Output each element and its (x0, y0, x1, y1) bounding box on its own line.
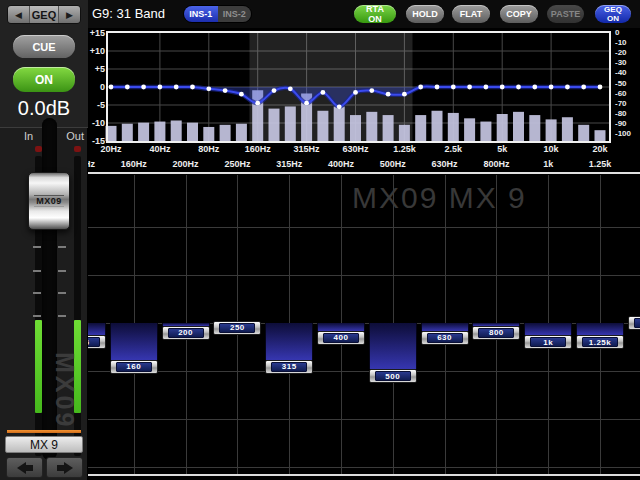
fader-tick (58, 292, 66, 294)
geq-band-fader-250[interactable]: 250 (213, 321, 261, 335)
right-axis-tick: 0 (615, 28, 620, 37)
board-freq-label: 315Hz (276, 159, 303, 169)
rta-bar (122, 124, 133, 141)
fader-tick (58, 246, 66, 248)
eq-band-point[interactable] (484, 85, 489, 90)
eq-band-point[interactable] (272, 88, 277, 93)
paste-button[interactable]: PASTE (547, 5, 584, 23)
eq-band-point[interactable] (581, 85, 586, 90)
eq-band-point[interactable] (125, 85, 130, 90)
next-channel-button[interactable] (46, 457, 83, 478)
rta-on-button[interactable]: RTA ON (354, 5, 396, 23)
eq-overview-graph[interactable]: +15+10+50-5-10-150-10-20-30-40-50-60-70-… (88, 28, 640, 175)
geq-band-fader-500[interactable]: 500 (369, 369, 417, 383)
right-axis-tick: -40 (615, 68, 627, 77)
rta-bar (578, 125, 589, 141)
geq-band-fader-1k[interactable]: 1k (524, 335, 572, 349)
geq-band-fader-400[interactable]: 400 (317, 331, 365, 345)
geq-band-freq-label: 1.25k (582, 337, 618, 347)
eq-band-point[interactable] (532, 85, 537, 90)
eq-band-point[interactable] (223, 88, 228, 93)
geq-band-fader-200[interactable]: 200 (162, 326, 210, 340)
copy-button[interactable]: COPY (500, 5, 538, 23)
prev-channel-button[interactable] (6, 457, 43, 478)
eq-band-point[interactable] (549, 85, 554, 90)
eq-band-point[interactable] (451, 85, 456, 90)
geq-band-fader-1.25k[interactable]: 1.25k (576, 335, 624, 349)
eq-band-point[interactable] (565, 85, 570, 90)
rta-bar (399, 125, 410, 141)
channel-name-display[interactable]: MX 9 (5, 436, 83, 453)
freq-axis-label: 20Hz (100, 144, 122, 154)
left-arrow-icon (17, 463, 33, 473)
geq-next-button[interactable]: ▶ (59, 6, 80, 23)
eq-band-point[interactable] (174, 85, 179, 90)
cue-button[interactable]: CUE (13, 35, 75, 58)
eq-band-point[interactable] (467, 85, 472, 90)
geq-band-fill (317, 323, 365, 331)
geq-band-fader-630[interactable]: 630 (421, 331, 469, 345)
eq-band-point[interactable] (500, 85, 505, 90)
right-axis-tick: -10 (615, 38, 627, 47)
board-freq-label: 160Hz (121, 159, 148, 169)
fader-tick (33, 315, 41, 317)
geq-band-freq-label: 400 (323, 333, 359, 343)
geq-on-button[interactable]: GEQ ON (595, 5, 631, 23)
right-arrow-icon (57, 463, 73, 473)
output-clip-led (74, 146, 81, 152)
left-axis-tick: -10 (92, 118, 105, 128)
geq-band-fader-315[interactable]: 315 (265, 360, 313, 374)
flat-button[interactable]: FLAT (452, 5, 490, 23)
eq-band-point[interactable] (337, 104, 342, 109)
geq-main-area: G9: 31 Band INS-1 INS-2 RTA ONHOLDFLATCO… (88, 0, 640, 480)
eq-band-point[interactable] (255, 101, 260, 106)
eq-band-point[interactable] (516, 85, 521, 90)
freq-axis-label: 40Hz (149, 144, 171, 154)
geq-band-fader-800[interactable]: 800 (472, 326, 520, 340)
channel-nav (6, 457, 83, 478)
eq-band-point[interactable] (288, 86, 293, 91)
fader-knob-label: MX09 (34, 195, 64, 207)
rta-bar (562, 117, 573, 141)
geq-band-freq-label: 630 (427, 333, 463, 343)
right-axis-tick: -50 (615, 79, 627, 88)
rta-bar (236, 124, 247, 141)
rta-bar (350, 115, 361, 141)
geq-band-fader-1.6k[interactable]: 1.6k (628, 316, 640, 330)
geq-prev-button[interactable]: ◀ (8, 6, 29, 23)
eq-band-point[interactable] (353, 90, 358, 95)
eq-band-point[interactable] (109, 85, 114, 90)
right-axis-tick: -60 (615, 89, 627, 98)
eq-band-point[interactable] (158, 85, 163, 90)
geq-band-fader-125[interactable]: 125 (88, 335, 106, 349)
gain-readout: 0.0dB (0, 97, 88, 120)
hold-button[interactable]: HOLD (406, 5, 444, 23)
rta-bar (529, 115, 540, 141)
eq-band-point[interactable] (386, 92, 391, 97)
eq-band-point[interactable] (598, 85, 603, 90)
channel-fader-knob[interactable]: MX09 (28, 172, 70, 230)
eq-band-point[interactable] (190, 85, 195, 90)
geq-rack-selector: ◀ GEQ ▶ (7, 5, 81, 24)
eq-band-point[interactable] (418, 85, 423, 90)
eq-band-point[interactable] (435, 85, 440, 90)
board-bottom-line (88, 474, 640, 476)
ins-1-tab[interactable]: INS-1 (184, 6, 218, 22)
eq-band-point[interactable] (206, 86, 211, 91)
geq-band-fill (110, 323, 158, 360)
eq-band-point[interactable] (402, 92, 407, 97)
geq-band-fader-160[interactable]: 160 (110, 360, 158, 374)
on-button[interactable]: ON (13, 67, 75, 92)
eq-band-point[interactable] (141, 85, 146, 90)
right-axis-tick: -100 (615, 129, 632, 138)
eq-band-point[interactable] (239, 92, 244, 97)
geq-band-freq-label: 500 (375, 371, 411, 381)
eq-band-point[interactable] (304, 101, 309, 106)
board-grid-line-h (88, 371, 640, 372)
meter-in-label: In (24, 130, 33, 142)
right-axis-tick: -30 (615, 58, 627, 67)
ins-2-tab[interactable]: INS-2 (218, 6, 252, 22)
eq-band-point[interactable] (321, 90, 326, 95)
eq-band-point[interactable] (369, 88, 374, 93)
rta-bar (464, 118, 475, 141)
